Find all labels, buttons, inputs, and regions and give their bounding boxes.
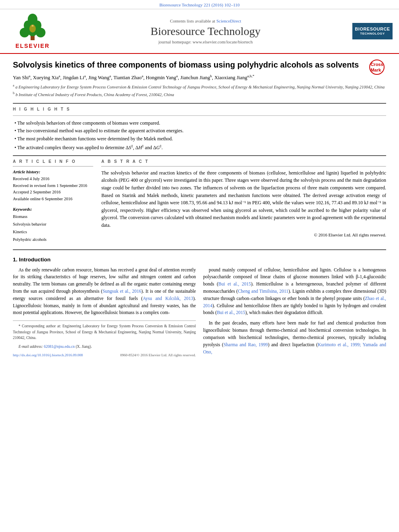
bioresource-logo: BIORESOURCE TECHNOLOGY — [352, 23, 393, 39]
elsevier-logo: ELSEVIER — [6, 13, 59, 49]
science-direct-text: Contents lists available at ScienceDirec… — [63, 18, 348, 23]
history-revised: Received in revised form 1 September 201… — [13, 183, 93, 189]
crossmark-icon: CrossMark — [369, 60, 385, 75]
highlights-divider — [13, 115, 386, 116]
intro-section-title: 1. Introduction — [13, 257, 386, 263]
keyword-2: Solvolysis behavior — [13, 221, 93, 228]
ref-sungsuk[interactable]: Sungsuk et al., 2016 — [103, 289, 141, 294]
introduction-section: 1. Introduction — [13, 257, 386, 263]
highlights-label: H I G H L I G H T S — [13, 107, 386, 111]
affiliation-a: a a Engineering Laboratory for Energy Sy… — [13, 83, 386, 90]
affiliation-b: b b Institute of Chemical Industry of Fo… — [13, 91, 386, 98]
footnote-email: E-mail address: 62081@njnu.edu.cn (X. Ji… — [13, 344, 196, 349]
article-title-text: Solvolysis kinetics of three components … — [13, 60, 359, 69]
svg-point-7 — [29, 25, 36, 33]
body-divider — [13, 249, 386, 250]
keyword-3: Kinetics — [13, 228, 93, 236]
main-content: Solvolysis kinetics of three components … — [0, 54, 399, 367]
highlight-item-1: The solvolysis behaviors of three compon… — [14, 120, 386, 127]
history-label: Article history: — [13, 169, 93, 174]
history-received: Received 4 July 2016 — [13, 176, 93, 183]
ref-cheng[interactable]: Cheng and Timilsina, 2011 — [238, 289, 288, 294]
main-divider — [13, 103, 386, 104]
body-col-right: pound mainly composed of cellulose, hemi… — [203, 267, 386, 359]
journal-reference: Bioresource Technology 221 (2016) 102–11… — [0, 0, 399, 9]
article-info-abstract: A R T I C L E I N F O Article history: R… — [13, 159, 386, 244]
ref-sharma[interactable]: Sharma and Rao, 1999 — [224, 342, 268, 347]
ref-zhao2014[interactable]: Zhao et al., 2014 — [203, 296, 386, 308]
copyright-text: © 2016 Elsevier Ltd. All rights reserved… — [101, 232, 386, 238]
section-divider — [13, 155, 386, 156]
journal-header-center: Contents lists available at ScienceDirec… — [63, 18, 348, 44]
body-col-left: As the only renewable carbon resource, b… — [13, 267, 196, 359]
journal-logo-right: BIORESOURCE TECHNOLOGY — [352, 23, 393, 39]
abstract-section: A B S T R A C T The solvolysis behavior … — [101, 159, 386, 244]
highlights-section: H I G H L I G H T S The solvolysis behav… — [13, 107, 386, 151]
journal-title: Bioresource Technology — [63, 25, 348, 38]
svg-point-6 — [36, 28, 45, 37]
ref-bui2015b[interactable]: Bui et al., 2015 — [217, 310, 245, 315]
history-available: Available online 6 September 2016 — [13, 196, 93, 203]
abstract-body: The solvolysis behavior and reaction kin… — [101, 170, 386, 228]
science-direct-link[interactable]: ScienceDirect — [216, 18, 241, 23]
footnote-area: * Corresponding author at: Engineering L… — [13, 320, 196, 349]
article-title-area: Solvolysis kinetics of three components … — [13, 60, 386, 70]
abstract-text: The solvolysis behavior and reaction kin… — [101, 169, 386, 238]
ref-bui2015[interactable]: Bui et al., 2015 — [218, 281, 251, 286]
abstract-divider — [101, 166, 386, 167]
highlight-item-2: The iso-conversional method was applied … — [14, 127, 386, 134]
keyword-4: Polyhydric alcohols — [13, 236, 93, 244]
highlight-item-4: The activated complex theory was applied… — [14, 144, 386, 151]
elsevier-logo-area: ELSEVIER — [6, 13, 59, 49]
intro-para-3: In the past decades, many efforts have b… — [203, 320, 386, 355]
history-accepted: Accepted 2 September 2016 — [13, 189, 93, 196]
article-info: A R T I C L E I N F O Article history: R… — [13, 159, 93, 244]
info-divider — [13, 166, 93, 167]
footnote-corresponding: * Corresponding author at: Engineering L… — [13, 323, 196, 341]
elsevier-tree-icon — [12, 13, 53, 41]
intro-para-1: As the only renewable carbon resource, b… — [13, 267, 196, 317]
page-footer: http://dx.doi.org/10.1016/j.biortech.201… — [13, 353, 196, 358]
authors: Yan Shia, Xueying Xiaa, Jingdan Lia, Jin… — [13, 74, 386, 81]
body-two-col: As the only renewable carbon resource, b… — [13, 267, 386, 359]
ref-aysu[interactable]: Aysu and Kılcılık, 2013 — [143, 296, 193, 301]
doi-link[interactable]: http://dx.doi.org/10.1016/j.biortech.201… — [13, 353, 83, 358]
journal-header: ELSEVIER Contents lists available at Sci… — [0, 9, 399, 54]
email-link[interactable]: 62081@njnu.edu.cn — [44, 345, 75, 349]
abstract-label: A B S T R A C T — [101, 159, 386, 164]
intro-para-2: pound mainly composed of cellulose, hemi… — [203, 267, 386, 317]
elsevier-wordmark: ELSEVIER — [15, 43, 49, 49]
highlights-list: The solvolysis behaviors of three compon… — [13, 120, 386, 151]
affiliations: a a Engineering Laboratory for Energy Sy… — [13, 83, 386, 98]
highlight-item-3: The most probable mechanism functions we… — [14, 136, 386, 142]
article-info-label: A R T I C L E I N F O — [13, 159, 93, 164]
crossmark-badge[interactable]: CrossMark — [369, 60, 386, 76]
issn-text: 0960-8524/© 2016 Elsevier Ltd. All right… — [120, 353, 196, 358]
keywords-label: Keywords: — [13, 207, 93, 212]
journal-homepage: journal homepage: www.elsevier.com/locat… — [63, 39, 348, 44]
keyword-1: Biomass — [13, 213, 93, 221]
journal-ref-text: Bioresource Technology 221 (2016) 102–11… — [159, 2, 240, 7]
